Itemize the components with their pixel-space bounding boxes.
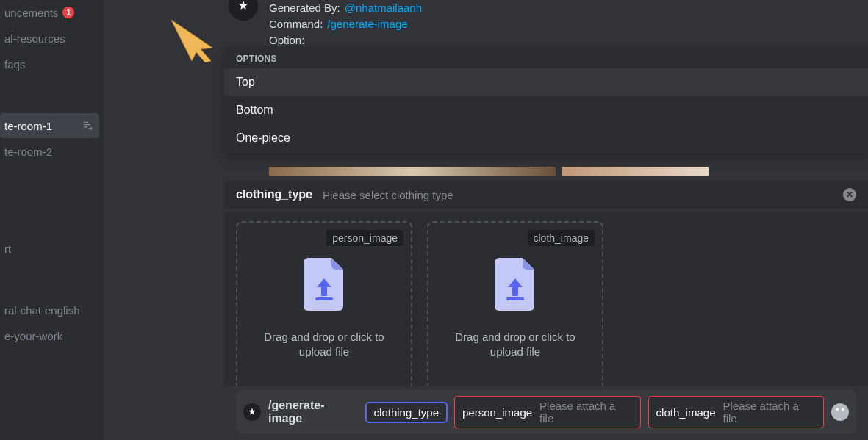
chip-key: clothing_type (374, 406, 439, 419)
message-meta: Generated By: @nhatmailaanh Command: /ge… (269, 0, 422, 48)
channel-label: rt (4, 242, 11, 255)
channel-label: al-resources (4, 32, 65, 45)
channel-label: ral-chat-english (4, 304, 80, 317)
generated-by-user[interactable]: @nhatmailaanh (345, 0, 422, 16)
channel-resources[interactable]: al-resources (0, 26, 99, 51)
channel-blank[interactable] (0, 201, 99, 226)
channel-your-work[interactable]: e-your-work (0, 323, 99, 348)
pointer-arrow-icon (170, 18, 229, 62)
options-popup: OPTIONS Top Bottom One-piece (224, 46, 868, 152)
channel-rt[interactable]: rt (0, 236, 99, 261)
chip-key: person_image (462, 406, 532, 419)
bot-avatar[interactable] (229, 0, 258, 21)
channel-announcements[interactable]: uncements 1 (0, 0, 99, 25)
chip-clothing-type[interactable]: clothing_type (366, 403, 447, 422)
dropzone-hint: Drag and drop or click to upload file (237, 330, 411, 360)
command-input[interactable]: /generate-image clothing_type person_ima… (236, 390, 856, 434)
option-top[interactable]: Top (224, 68, 868, 96)
svg-marker-0 (171, 20, 212, 62)
dropzone-person-image[interactable]: person_image Drag and drop or click to u… (236, 221, 412, 396)
chip-value: Please attach a file (539, 400, 633, 425)
channel-label: faqs (4, 58, 25, 71)
param-bar: clothing_type Please select clothing typ… (224, 181, 868, 209)
chip-value: Please attach a file (722, 400, 816, 425)
upload-area: person_image Drag and drop or click to u… (224, 212, 868, 408)
channel-room-2[interactable]: te-room-2 (0, 139, 99, 164)
channel-label: uncements (4, 7, 58, 19)
dropzone-hint: Drag and drop or click to upload file (428, 330, 602, 360)
channel-room-1[interactable]: te-room-1 (0, 113, 99, 138)
image-strip (269, 167, 709, 176)
param-name: clothing_type (236, 188, 312, 201)
chip-person-image[interactable]: person_image Please attach a file (454, 396, 641, 428)
command-name: /generate-image (268, 399, 359, 425)
emoji-picker-button[interactable] (831, 403, 849, 421)
main-content: Generated By: @nhatmailaanh Command: /ge… (104, 0, 868, 440)
svg-rect-1 (315, 297, 333, 300)
option-one-piece[interactable]: One-piece (224, 124, 868, 152)
chip-cloth-image[interactable]: cloth_image Please attach a file (648, 396, 824, 428)
dropzone-cloth-image[interactable]: cloth_image Drag and drop or click to up… (427, 221, 603, 396)
channel-chat-english[interactable]: ral-chat-english (0, 297, 99, 322)
command-value: /generate-image (327, 16, 407, 32)
channel-label: te-room-2 (4, 145, 52, 158)
message-input-footer: /generate-image clothing_type person_ima… (224, 386, 868, 440)
dropzone-tag: person_image (326, 230, 403, 246)
file-upload-icon (493, 258, 537, 311)
file-upload-icon (302, 258, 346, 311)
chip-key: cloth_image (656, 406, 716, 419)
app-command-icon (243, 403, 261, 421)
unread-badge: 1 (62, 7, 74, 18)
channel-label: te-room-1 (4, 120, 52, 132)
channel-sidebar: uncements 1 al-resources faqs te-room-1 … (0, 0, 104, 440)
channel-label: e-your-work (4, 330, 62, 342)
command-label: Command: (269, 16, 323, 32)
dropzone-tag: cloth_image (528, 230, 595, 246)
generated-by-label: Generated By: (269, 0, 340, 16)
param-hint: Please select clothing type (323, 189, 453, 201)
options-header: OPTIONS (224, 46, 868, 68)
create-thread-icon[interactable] (82, 120, 93, 131)
option-bottom[interactable]: Bottom (224, 96, 868, 124)
svg-rect-2 (506, 297, 524, 300)
channel-faqs[interactable]: faqs (0, 51, 99, 76)
clear-param-button[interactable]: ✕ (843, 188, 856, 201)
